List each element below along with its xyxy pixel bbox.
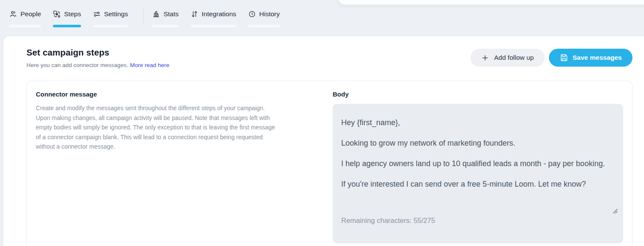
plus-icon: [481, 54, 489, 62]
top-navigation: People Steps Settings: [0, 0, 644, 36]
resize-handle-icon[interactable]: [612, 208, 618, 213]
tab-underline: [152, 25, 178, 27]
tab-settings[interactable]: Settings: [93, 9, 128, 27]
topbar-panel-cutoff: [338, 0, 644, 5]
tab-underline: [93, 25, 128, 27]
card-title: Connector message: [36, 91, 282, 98]
page-title: Set campaign steps: [26, 47, 169, 58]
stats-icon: [152, 10, 160, 18]
remaining-characters: Remaining characters: 55/275: [341, 217, 615, 225]
settings-icon: [93, 10, 101, 18]
tab-underline: [9, 25, 41, 27]
save-icon: [560, 53, 568, 62]
tab-integrations[interactable]: Integrations: [191, 9, 236, 27]
add-follow-up-label: Add follow up: [494, 54, 534, 62]
nav-divider: [143, 6, 144, 26]
active-tab-underline: [53, 25, 81, 27]
tab-label: History: [259, 10, 280, 18]
tab-underline: [248, 25, 280, 27]
more-read-link[interactable]: More read here: [130, 62, 169, 68]
message-body-section: Body Hey {first_name}, Looking to grow m…: [333, 90, 623, 246]
people-icon: [9, 10, 17, 18]
subtitle-text: Here you can add connector messages.: [26, 62, 128, 68]
tab-label: Stats: [163, 10, 178, 18]
add-follow-up-button[interactable]: Add follow up: [470, 49, 544, 67]
tab-history[interactable]: History: [248, 9, 280, 27]
page-header: Set campaign steps Here you can add conn…: [26, 47, 632, 68]
tab-underline: [191, 25, 236, 27]
tab-label: People: [20, 10, 41, 18]
tab-steps[interactable]: Steps: [53, 9, 81, 27]
save-messages-label: Save messages: [573, 54, 622, 62]
integrations-icon: [191, 10, 198, 18]
body-label: Body: [333, 91, 623, 98]
tab-label: Integrations: [202, 10, 236, 18]
tab-people[interactable]: People: [9, 9, 41, 27]
tab-stats[interactable]: Stats: [152, 9, 178, 27]
connector-message-card: Connector message Create and modify the …: [26, 81, 632, 246]
page-header-text: Set campaign steps Here you can add conn…: [26, 47, 169, 68]
tab-label: Steps: [64, 10, 81, 18]
save-messages-button[interactable]: Save messages: [549, 49, 632, 67]
message-body-container: Hey {first_name}, Looking to grow my net…: [333, 104, 623, 243]
steps-icon: [53, 10, 61, 18]
main-panel: Set campaign steps Here you can add conn…: [3, 36, 644, 246]
message-body-textarea[interactable]: Hey {first_name}, Looking to grow my net…: [341, 109, 615, 216]
header-actions: Add follow up Save messages: [470, 49, 632, 67]
card-description: Create and modify the messages sent thro…: [36, 103, 277, 152]
tab-label: Settings: [104, 10, 128, 18]
history-icon: [248, 10, 256, 18]
connector-message-info: Connector message Create and modify the …: [36, 90, 282, 246]
page-subtitle: Here you can add connector messages.More…: [26, 62, 169, 68]
